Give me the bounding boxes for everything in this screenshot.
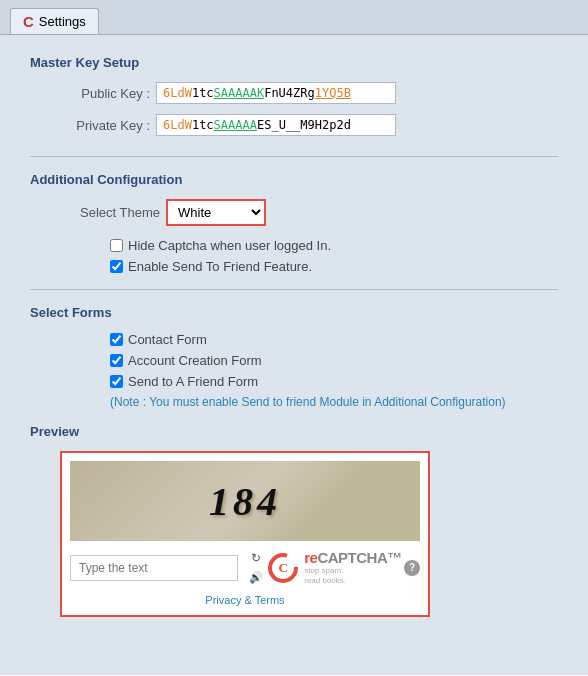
send-friend-label: Send to A Friend Form xyxy=(128,374,258,389)
master-key-section: Master Key Setup Public Key : 6LdW1tcSAA… xyxy=(30,55,558,136)
public-key-row: Public Key : 6LdW1tcSAAAAAKFnU4ZRg1YQ5B xyxy=(30,82,558,104)
public-key-highlight2: 1YQ5B xyxy=(315,86,351,100)
additional-config-title: Additional Configuration xyxy=(30,172,558,187)
account-creation-form-row: Account Creation Form xyxy=(30,353,558,368)
settings-tab-label: Settings xyxy=(39,14,86,29)
privacy-row: Privacy & Terms xyxy=(70,592,420,607)
private-key-row: Private Key : 6LdW1tcSAAAAAES_U__M9H2p2d xyxy=(30,114,558,136)
captcha-input[interactable] xyxy=(70,555,238,581)
enable-send-checkbox[interactable] xyxy=(110,260,123,273)
additional-config-section: Additional Configuration Select Theme Wh… xyxy=(30,172,558,274)
private-key-mid1: 1tc xyxy=(192,118,214,132)
privacy-link[interactable]: Privacy & Terms xyxy=(205,594,284,606)
captcha-text: 184 xyxy=(70,461,420,541)
recaptcha-text-block: reCAPTCHA™ stop spam. read books. xyxy=(304,549,402,587)
recaptcha-captcha: CAPTCHA xyxy=(317,549,387,566)
recaptcha-tagline: stop spam. read books. xyxy=(304,566,402,587)
hide-captcha-label: Hide Captcha when user logged In. xyxy=(128,238,331,253)
theme-label: Select Theme xyxy=(60,205,160,220)
enable-send-row: Enable Send To Friend Feature. xyxy=(30,259,558,274)
select-forms-title: Select Forms xyxy=(30,305,558,320)
private-key-prefix: 6LdW xyxy=(163,118,192,132)
contact-form-row: Contact Form xyxy=(30,332,558,347)
public-key-prefix: 6LdW xyxy=(163,86,192,100)
public-key-mid1: 1tc xyxy=(192,86,214,100)
preview-section: Preview 184 ↻ 🔊 xyxy=(30,424,558,617)
captcha-icon-group: ↻ 🔊 xyxy=(246,550,266,585)
contact-form-label: Contact Form xyxy=(128,332,207,347)
recaptcha-c-letter: C xyxy=(279,560,288,576)
public-key-highlight1: SAAAAAK xyxy=(214,86,265,100)
private-key-mid2: ES_U__M9H2p2d xyxy=(257,118,351,132)
public-key-label: Public Key : xyxy=(60,86,150,101)
tab-bar: C Settings xyxy=(0,0,588,35)
recaptcha-c-icon: C xyxy=(266,551,300,585)
send-friend-form-row: Send to A Friend Form xyxy=(30,374,558,389)
divider-2 xyxy=(30,289,558,290)
contact-form-checkbox[interactable] xyxy=(110,333,123,346)
theme-row: Select Theme White Dark Light xyxy=(30,199,558,226)
account-creation-label: Account Creation Form xyxy=(128,353,262,368)
select-forms-section: Select Forms Contact Form Account Creati… xyxy=(30,305,558,409)
private-key-highlight1: SAAAAA xyxy=(214,118,257,132)
hide-captcha-checkbox[interactable] xyxy=(110,239,123,252)
recaptcha-logo: C reCAPTCHA™ stop spam. read books. xyxy=(266,549,402,587)
public-key-value: 6LdW1tcSAAAAAKFnU4ZRg1YQ5B xyxy=(156,82,396,104)
theme-select[interactable]: White Dark Light xyxy=(166,199,266,226)
help-group: ? xyxy=(404,560,420,576)
recaptcha-re: re xyxy=(304,549,317,566)
recaptcha-label: reCAPTCHA™ xyxy=(304,549,402,566)
captcha-controls: ↻ 🔊 C reCAPTCHA™ xyxy=(70,549,420,587)
public-key-mid2: FnU4ZRg xyxy=(264,86,315,100)
help-icon[interactable]: ? xyxy=(404,560,420,576)
audio-icon[interactable]: 🔊 xyxy=(246,569,266,585)
enable-send-label: Enable Send To Friend Feature. xyxy=(128,259,312,274)
divider-1 xyxy=(30,156,558,157)
settings-tab[interactable]: C Settings xyxy=(10,8,99,34)
main-content: Master Key Setup Public Key : 6LdW1tcSAA… xyxy=(0,35,588,675)
preview-box: 184 ↻ 🔊 C xyxy=(60,451,430,617)
preview-title: Preview xyxy=(30,424,558,439)
forms-note: (Note : You must enable Send to friend M… xyxy=(30,395,558,409)
private-key-value: 6LdW1tcSAAAAAES_U__M9H2p2d xyxy=(156,114,396,136)
send-friend-checkbox[interactable] xyxy=(110,375,123,388)
recaptcha-badge: C reCAPTCHA™ stop spam. read books. xyxy=(274,549,394,587)
settings-tab-icon: C xyxy=(23,13,34,30)
hide-captcha-row: Hide Captcha when user logged In. xyxy=(30,238,558,253)
private-key-label: Private Key : xyxy=(60,118,150,133)
account-creation-checkbox[interactable] xyxy=(110,354,123,367)
refresh-icon[interactable]: ↻ xyxy=(246,550,266,566)
master-key-title: Master Key Setup xyxy=(30,55,558,70)
captcha-image: 184 xyxy=(70,461,420,541)
